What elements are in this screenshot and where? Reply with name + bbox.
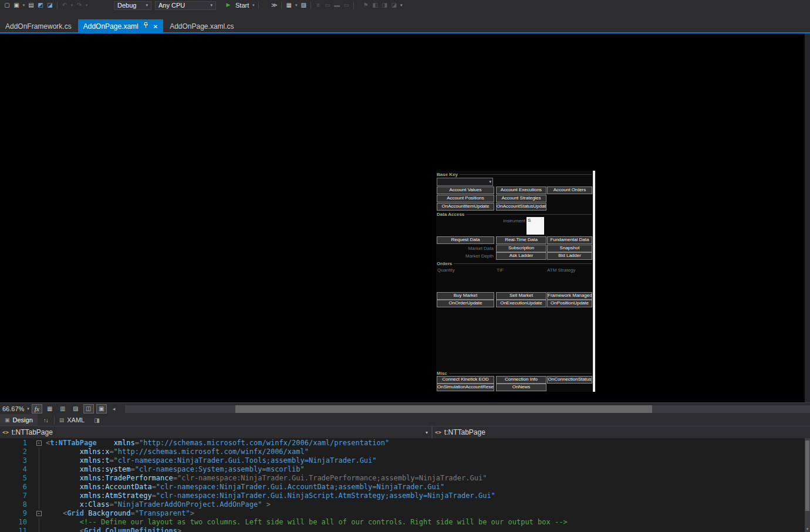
connect-kinetick-eod-button[interactable]: Connect Kinetick EOD [437,376,494,384]
real-time-data-button[interactable]: Real-Time Data [496,236,546,244]
onpositionupdate-button[interactable]: OnPositionUpdate [547,300,592,307]
snap-to-grid-icon[interactable]: ▥ [58,404,68,414]
snap-to-snaplines-icon[interactable]: ▣ [96,404,107,414]
fold-guide-line [35,483,42,492]
onsimulationaccountreset-button[interactable]: OnSimulationAccountReset [437,384,494,391]
sell-market-button[interactable]: Sell Market [496,292,546,300]
gridlines-icon[interactable]: ▨ [70,404,81,414]
onaccountitemupdate-button[interactable]: OnAccountItemUpdate [437,203,494,211]
onnews-button[interactable]: OnNews [496,384,546,391]
code-line-10[interactable]: 10 <!-- Define our layout as two columns… [0,518,810,527]
undo-icon[interactable]: ↶ [60,1,69,10]
code-line-7[interactable]: 7 xmlns:AtmStrategy="clr-namespace:Ninja… [0,492,810,500]
code-line-2[interactable]: 2 xmlns:x="http://schemas.microsoft.com/… [0,448,810,456]
onaccountstatusupdate-button[interactable]: OnAccountStatusUpdate [496,203,546,211]
scrollbar-thumb[interactable] [235,405,652,413]
add-item-dropdown-icon[interactable]: ▾ [21,1,26,10]
code-line-3[interactable]: 3 xmlns:t="clr-namespace:NinjaTrader.Gui… [0,456,810,465]
code-line-8[interactable]: 8 x:Class="NinjaTraderAddOnProject.AddOn… [0,500,810,509]
redo-dropdown-icon[interactable]: ▾ [84,1,89,10]
account-orders-button[interactable]: Account Orders [547,187,592,194]
tab-addonpage-xaml-cs[interactable]: AddOnPage.xaml.cs [164,19,239,33]
previous-bookmark-icon[interactable]: ◧ [370,1,380,10]
bookmark-icon[interactable]: ⚑ [361,1,370,10]
show-grid-icon[interactable]: ▦ [45,404,55,414]
solution-platform-combo[interactable]: Any CPU ▾ [155,1,216,10]
scrollbar-thumb[interactable] [805,440,809,511]
collapse-region-icon[interactable]: - [35,509,42,518]
code-line-6[interactable]: 6 xmlns:AccountData="clr-namespace:Ninja… [0,483,810,492]
open-file-icon[interactable]: ▤ [26,1,36,10]
code-text: xmlns:system="clr-namespace:System;assem… [46,465,305,474]
effects-toggle-button[interactable]: fx [32,404,42,414]
account-positions-button[interactable]: Account Positions [437,195,494,202]
breadcrumb-element[interactable]: t:NTTabPage [12,428,53,436]
solution-configuration-combo[interactable]: Debug ▾ [114,1,151,10]
align-left-icon[interactable]: ≡ [313,1,323,10]
onconnectionstatus-button[interactable]: OnConnectionStatus [547,376,592,384]
request-data-button[interactable]: Request Data [437,236,494,244]
scrollbar-left-arrow-icon[interactable]: ◂ [113,406,116,412]
connection-info-button[interactable]: Connection Info [496,376,546,384]
save-all-icon[interactable]: ◪ [45,1,55,10]
quantity-label: Quantity [437,267,473,273]
account-strategies-button[interactable]: Account Strategies [496,195,546,202]
redo-icon[interactable]: ↷ [75,1,84,10]
code-line-4[interactable]: 4 xmlns:system="clr-namespace:System;ass… [0,465,810,474]
snaplines-toggle-icon[interactable]: ◫ [83,404,94,414]
align-center-icon[interactable]: ▭ [323,1,332,10]
designer-horizontal-scrollbar[interactable] [125,405,810,413]
undo-dropdown-icon[interactable]: ▾ [69,1,75,10]
clear-bookmarks-icon[interactable]: ◪ [389,1,399,10]
breadcrumb-right-pane[interactable]: <> t:NTTabPage [433,426,810,438]
add-item-icon[interactable]: ▣ [12,1,21,10]
tab-addonframework-cs[interactable]: AddOnFramework.cs [0,19,77,33]
start-dropdown-icon[interactable]: ▾ [251,1,256,10]
tab-xaml-view[interactable]: ▤ XAML [55,414,89,426]
tif-label: TIF [497,267,520,273]
device-view-icon[interactable]: ▨ [299,1,308,10]
onexecutionupdate-button[interactable]: OnExecutionUpdate [496,300,546,307]
buy-market-button[interactable]: Buy Market [437,292,494,300]
next-bookmark-icon[interactable]: ◨ [380,1,389,10]
preview-dropdown-icon[interactable]: ▾ [293,1,299,10]
tab-addonpage-xaml[interactable]: AddOnPage.xaml ✕ [78,19,163,33]
scrollbar-down-arrow-icon[interactable]: ▾ [805,526,810,532]
save-icon[interactable]: ◩ [36,1,45,10]
chevron-down-icon[interactable]: ▾ [426,430,428,435]
ask-ladder-button[interactable]: Ask Ladder [496,252,546,260]
code-line-1[interactable]: 1-<t:NTTabPage xmlns="http://schemas.mic… [0,439,810,448]
snapshot-button[interactable]: Snapshot [547,245,592,252]
base-key-combobox[interactable]: ▾ [437,178,493,186]
instrument-selector-box[interactable]: S [526,217,544,235]
framework-managed-button[interactable]: Framework Managed [547,292,592,300]
account-executions-button[interactable]: Account Executions [496,187,546,194]
breadcrumb-left-pane[interactable]: <> t:NTTabPage ▾ [0,426,431,438]
zoom-combo[interactable]: 66.67% ▾ [2,405,29,412]
swap-panes-button[interactable]: ↑↓ [38,417,54,423]
xaml-code-editor[interactable]: 1-<t:NTTabPage xmlns="http://schemas.mic… [0,438,810,532]
bid-ladder-button[interactable]: Bid Ladder [547,252,592,260]
pin-tab-icon[interactable] [143,22,148,31]
subscription-button[interactable]: Subscription [496,245,546,252]
collapse-region-icon[interactable]: - [35,439,42,448]
design-surface[interactable]: Base Key▾Account ValuesAccount Execution… [0,33,810,402]
start-debugging-button[interactable]: ▶ Start ▾ [224,1,256,10]
attach-to-process-icon[interactable]: ≫ [269,1,279,10]
breadcrumb-element[interactable]: t:NTTabPage [444,428,485,436]
code-line-5[interactable]: 5 xmlns:TradePerformance="clr-namespace:… [0,474,810,483]
code-line-9[interactable]: 9- <Grid Background="Transparent"> [0,509,810,518]
distribute-icon[interactable]: ▭ [342,1,351,10]
preview-icon[interactable]: ▦ [284,1,293,10]
toolbar-overflow-icon[interactable]: ▾ [399,1,404,10]
close-tab-icon[interactable]: ✕ [153,23,158,30]
vertical-split-icon[interactable]: ◨ [89,417,104,423]
fundamental-data-button[interactable]: Fundamental Data [547,236,592,244]
code-line-11[interactable]: 11 <Grid.ColumnDefinitions> [0,527,810,532]
align-right-icon[interactable]: ▬ [332,1,342,10]
account-values-button[interactable]: Account Values [437,187,494,194]
designer-vertical-scrollbar[interactable] [805,33,810,402]
onorderupdate-button[interactable]: OnOrderUpdate [437,300,494,307]
tab-design-view[interactable]: ▣ Design [0,414,38,426]
new-file-icon[interactable]: ▢ [2,1,12,10]
